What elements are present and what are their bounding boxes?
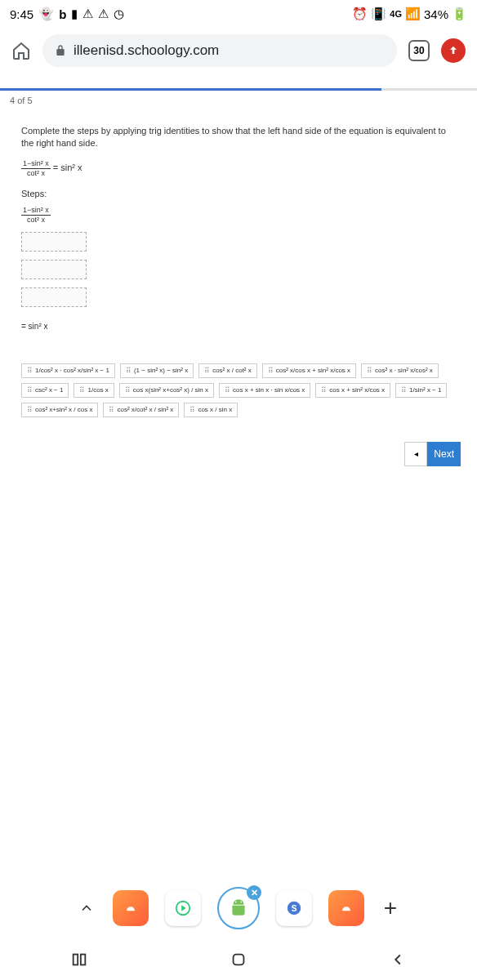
drag-icon: ⠿ bbox=[109, 406, 114, 414]
system-navbar bbox=[0, 939, 477, 980]
browser-bar: illeenisd.schoology.com 30 bbox=[0, 28, 477, 74]
steps-label: Steps: bbox=[21, 189, 461, 198]
vibrate-icon: 📳 bbox=[371, 7, 386, 21]
dropzone-3[interactable] bbox=[21, 287, 87, 307]
sync-icon: ◷ bbox=[114, 7, 124, 21]
drag-icon: ⠿ bbox=[189, 406, 194, 414]
tile-4[interactable]: ⠿cos² x/cos x + sin² x/cos x bbox=[262, 363, 356, 378]
prev-button[interactable]: ◂ bbox=[404, 442, 427, 466]
app-icon: b bbox=[59, 7, 66, 21]
close-icon[interactable]: ✕ bbox=[247, 885, 261, 900]
dropzone-1[interactable] bbox=[21, 232, 87, 252]
flag-icon: ▮ bbox=[71, 7, 78, 21]
tile-11[interactable]: ⠿1/sin² x − 1 bbox=[395, 383, 447, 398]
progress-label: 4 of 5 bbox=[0, 91, 477, 105]
tile-10[interactable]: ⠿cos x + sin² x/cos x bbox=[315, 383, 390, 398]
drag-icon: ⠿ bbox=[204, 367, 209, 375]
dock-app-2[interactable] bbox=[165, 890, 201, 926]
drag-icon: ⠿ bbox=[367, 367, 372, 375]
step-final: = sin² x bbox=[21, 322, 461, 331]
drag-icon: ⠿ bbox=[401, 386, 406, 394]
answer-tiles: ⠿1/cos² x · cos² x/sin² x − 1 ⠿(1 − sin²… bbox=[21, 363, 461, 417]
tile-3[interactable]: ⠿cos² x / cot² x bbox=[198, 363, 257, 378]
drag-icon: ⠿ bbox=[126, 367, 131, 375]
step-1: 1−sin² xcot² x bbox=[21, 207, 461, 224]
drag-icon: ⠿ bbox=[27, 406, 32, 414]
svg-text:S: S bbox=[292, 904, 297, 913]
tile-8[interactable]: ⠿cos x(sin² x+cos² x) / sin x bbox=[119, 383, 214, 398]
recents-button[interactable] bbox=[55, 951, 104, 969]
url-text: illeenisd.schoology.com bbox=[74, 42, 219, 59]
drag-icon: ⠿ bbox=[27, 367, 32, 375]
svg-point-1 bbox=[235, 902, 237, 903]
upload-button[interactable] bbox=[441, 38, 466, 63]
svg-rect-6 bbox=[81, 955, 86, 965]
drag-icon: ⠿ bbox=[268, 367, 273, 375]
svg-rect-7 bbox=[234, 955, 244, 965]
drag-icon: ⠿ bbox=[225, 386, 230, 394]
app-dock: ✕ S + bbox=[0, 887, 477, 929]
next-button[interactable]: Next bbox=[427, 442, 461, 466]
lock-icon bbox=[54, 44, 67, 57]
tile-2[interactable]: ⠿(1 − sin² x) − sin² x bbox=[120, 363, 194, 378]
question-card: Complete the steps by applying trig iden… bbox=[15, 118, 467, 481]
battery-icon: 🔋 bbox=[452, 7, 467, 21]
back-button[interactable] bbox=[373, 951, 422, 969]
tab-count-button[interactable]: 30 bbox=[408, 40, 430, 61]
progress-bar bbox=[0, 88, 477, 91]
tile-14[interactable]: ⠿cos x / sin x bbox=[184, 403, 238, 417]
signal-icon: 📶 bbox=[405, 7, 421, 21]
url-bar[interactable]: illeenisd.schoology.com bbox=[42, 34, 397, 67]
snapchat-icon: 👻 bbox=[38, 7, 54, 21]
warning-icon-2: ⚠ bbox=[98, 7, 109, 21]
warning-icon: ⚠ bbox=[82, 7, 93, 21]
dock-app-center[interactable]: ✕ bbox=[217, 887, 260, 929]
network-type: 4G bbox=[390, 9, 402, 19]
dock-add-button[interactable]: + bbox=[381, 890, 400, 926]
page-content: 4 of 5 Complete the steps by applying tr… bbox=[0, 88, 477, 481]
dock-chevron-up[interactable] bbox=[77, 890, 96, 926]
nav-buttons: ◂ Next bbox=[21, 442, 461, 466]
home-icon[interactable] bbox=[11, 41, 31, 60]
question-text: Complete the steps by applying trig iden… bbox=[21, 125, 461, 150]
drag-icon: ⠿ bbox=[27, 386, 32, 394]
dock-app-5[interactable] bbox=[328, 890, 364, 926]
tile-7[interactable]: ⠿1/cos x bbox=[74, 383, 114, 398]
main-equation: 1−sin² xcot² x = sin² x bbox=[21, 160, 461, 177]
alarm-icon: ⏰ bbox=[352, 7, 368, 21]
tile-6[interactable]: ⠿csc² x − 1 bbox=[21, 383, 69, 398]
drag-icon: ⠿ bbox=[79, 386, 84, 394]
drag-icon: ⠿ bbox=[321, 386, 326, 394]
svg-rect-5 bbox=[74, 955, 78, 965]
status-bar: 9:45 👻 b ▮ ⚠ ⚠ ◷ ⏰ 📳 4G 📶 34% 🔋 bbox=[0, 0, 477, 28]
status-time: 9:45 bbox=[10, 7, 33, 21]
home-button[interactable] bbox=[214, 951, 263, 969]
tile-5[interactable]: ⠿cos² x · sin² x/cos² x bbox=[361, 363, 439, 378]
tile-13[interactable]: ⠿cos² x/cot² x / sin² x bbox=[103, 403, 179, 417]
svg-point-2 bbox=[240, 902, 242, 903]
drag-icon: ⠿ bbox=[125, 386, 130, 394]
battery-percent: 34% bbox=[424, 7, 448, 21]
tile-9[interactable]: ⠿cos x + sin x · sin x/cos x bbox=[219, 383, 310, 398]
tile-12[interactable]: ⠿cos² x+sin² x / cos x bbox=[21, 403, 98, 417]
dropzone-2[interactable] bbox=[21, 260, 87, 279]
dock-app-4[interactable]: S bbox=[276, 890, 312, 926]
dock-app-1[interactable] bbox=[113, 890, 149, 926]
tile-1[interactable]: ⠿1/cos² x · cos² x/sin² x − 1 bbox=[21, 363, 115, 378]
